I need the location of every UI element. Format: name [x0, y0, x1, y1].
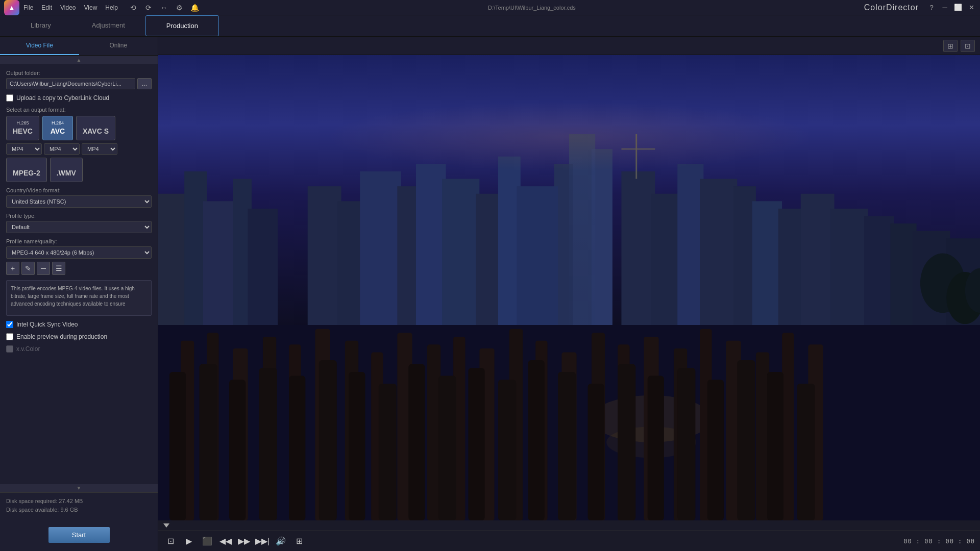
- toolbar-icons[interactable]: ⟲ ⟳ ↔ ⚙ 🔔: [128, 3, 200, 13]
- menu-help[interactable]: Help: [105, 4, 118, 11]
- disk-required: Disk space required: 27.42 MB: [6, 497, 152, 506]
- scroll-down-arrow[interactable]: ▼: [0, 484, 158, 492]
- menu-edit[interactable]: Edit: [41, 4, 52, 11]
- profile-type-label: Profile type:: [6, 213, 152, 219]
- profile-edit-button[interactable]: ✎: [21, 262, 35, 275]
- upload-checkbox-label: Upload a copy to CyberLink Cloud: [16, 94, 109, 102]
- format-wmv[interactable]: .WMV: [50, 158, 83, 182]
- svg-rect-64: [200, 364, 217, 520]
- dropdown-avc-container[interactable]: MP4: [44, 143, 80, 155]
- preview-checkbox-label: Enable preview during production: [16, 333, 107, 340]
- tab-adjustment[interactable]: Adjustment: [71, 15, 145, 36]
- svg-rect-63: [169, 372, 186, 520]
- svg-rect-78: [618, 364, 635, 520]
- upload-checkbox[interactable]: [6, 94, 13, 102]
- scroll-up-arrow[interactable]: ▲: [0, 56, 158, 64]
- svg-rect-65: [229, 380, 246, 520]
- preview-grid-button[interactable]: ⊞: [943, 40, 958, 52]
- profile-description: This profile encodes MPEG-4 video files.…: [6, 280, 152, 316]
- svg-rect-79: [648, 376, 664, 520]
- preview-checkbox[interactable]: [6, 333, 13, 340]
- timeline-marker[interactable]: [163, 523, 169, 528]
- format-section-label: Select an output format:: [6, 107, 152, 113]
- timeline-marker-row: [158, 520, 980, 531]
- profile-quality-section: Profile name/quality: MPEG-4 640 x 480/2…: [6, 238, 152, 275]
- svg-rect-81: [707, 380, 724, 520]
- upload-checkbox-row: Upload a copy to CyberLink Cloud: [6, 94, 152, 102]
- redo-icon[interactable]: ⟳: [143, 3, 154, 13]
- browse-button[interactable]: ...: [137, 78, 152, 89]
- file-path: D:\Temp\UI\Wilbur_Liang_color.cds: [200, 5, 864, 11]
- svg-rect-82: [737, 360, 755, 520]
- close-button[interactable]: ✕: [967, 3, 976, 12]
- output-folder-row: C:\Users\Wilbur_Liang\Documents\CyberLi.…: [6, 78, 152, 89]
- profile-quality-select[interactable]: MPEG-4 640 x 480/24p (6 Mbps): [6, 246, 152, 259]
- start-btn-container: Start: [0, 519, 158, 551]
- output-folder-label: Output folder:: [6, 70, 152, 76]
- menu-video[interactable]: Video: [60, 4, 76, 11]
- tab-production[interactable]: Production: [145, 15, 219, 36]
- intel-checkbox[interactable]: [6, 321, 13, 328]
- disk-info: Disk space required: 27.42 MB Disk space…: [0, 492, 158, 519]
- rewind-button[interactable]: ◀◀: [218, 534, 233, 548]
- svg-rect-75: [528, 360, 545, 520]
- country-section: Country/Video format: United States (NTS…: [6, 187, 152, 208]
- svg-rect-66: [259, 368, 277, 520]
- tab-video-file[interactable]: Video File: [0, 37, 79, 55]
- intel-checkbox-label: Intel Quick Sync Video: [16, 321, 78, 328]
- help-button[interactable]: ?: [927, 3, 936, 12]
- intel-checkbox-row: Intel Quick Sync Video: [6, 321, 152, 328]
- svg-rect-77: [588, 384, 604, 520]
- dropdown-xavcs-container[interactable]: MP4: [82, 143, 117, 155]
- format-mpeg2[interactable]: MPEG-2: [6, 158, 47, 182]
- tab-library[interactable]: Library: [10, 15, 71, 36]
- minimize-button[interactable]: ─: [940, 3, 949, 12]
- format-xavcs[interactable]: XAVC S: [76, 116, 115, 140]
- svg-rect-73: [468, 368, 484, 520]
- output-folder-section: Output folder: C:\Users\Wilbur_Liang\Doc…: [6, 70, 152, 89]
- fast-forward-end-button[interactable]: ▶▶|: [255, 534, 270, 548]
- fast-forward-button[interactable]: ▶▶: [237, 534, 251, 548]
- preview-image: [158, 55, 980, 520]
- go-to-start-button[interactable]: ⊡: [163, 534, 178, 548]
- country-label: Country/Video format:: [6, 187, 152, 193]
- tab-online[interactable]: Online: [79, 37, 158, 55]
- timecode-bar: ⊡ ▶ ⬛ ◀◀ ▶▶ ▶▶| 🔊 ⊞ 00 : 00 : 00 : 00: [158, 531, 980, 551]
- app-name: ColorDirector: [864, 3, 919, 12]
- profile-type-select[interactable]: Default: [6, 221, 152, 233]
- undo-icon[interactable]: ⟲: [128, 3, 138, 13]
- svg-rect-61: [782, 333, 794, 520]
- svg-rect-84: [797, 384, 815, 520]
- xvcolor-checkbox-row: x.v.Color: [6, 345, 152, 353]
- menu-bar[interactable]: File Edit Video View Help: [23, 4, 118, 11]
- format-section: Select an output format: H.265 HEVC H.26…: [6, 107, 152, 182]
- svg-rect-70: [379, 384, 397, 520]
- format-hevc[interactable]: H.265 HEVC: [6, 116, 39, 140]
- profile-list-button[interactable]: ☰: [52, 262, 65, 275]
- profile-delete-button[interactable]: ─: [37, 262, 50, 275]
- volume-button[interactable]: 🔊: [274, 534, 288, 548]
- layout-button[interactable]: ⊞: [292, 534, 306, 548]
- dropdown-hevc-container[interactable]: MP4: [6, 143, 42, 155]
- notification-icon[interactable]: 🔔: [189, 3, 200, 13]
- country-select[interactable]: United States (NTSC): [6, 195, 152, 208]
- format-avc[interactable]: H.264 AVC: [42, 116, 73, 140]
- play-button[interactable]: ▶: [182, 534, 196, 548]
- settings-icon[interactable]: ⚙: [174, 3, 184, 13]
- svg-rect-71: [408, 364, 425, 520]
- start-button[interactable]: Start: [48, 527, 110, 543]
- svg-rect-74: [498, 380, 516, 520]
- preview-single-button[interactable]: ⊡: [961, 40, 975, 52]
- scale-icon[interactable]: ↔: [159, 3, 169, 13]
- menu-file[interactable]: File: [23, 4, 33, 11]
- format-buttons-row1: H.265 HEVC H.264 AVC XAVC S: [6, 116, 152, 140]
- svg-rect-76: [558, 372, 576, 520]
- profile-add-button[interactable]: +: [6, 262, 19, 275]
- xvcolor-checkbox[interactable]: [6, 345, 13, 353]
- window-controls[interactable]: ? ─ ⬜ ✕: [927, 3, 976, 12]
- stop-button[interactable]: ⬛: [200, 534, 214, 548]
- menu-view[interactable]: View: [84, 4, 97, 11]
- maximize-button[interactable]: ⬜: [953, 3, 963, 12]
- output-folder-input[interactable]: C:\Users\Wilbur_Liang\Documents\CyberLi.…: [6, 78, 135, 89]
- svg-rect-72: [438, 376, 456, 520]
